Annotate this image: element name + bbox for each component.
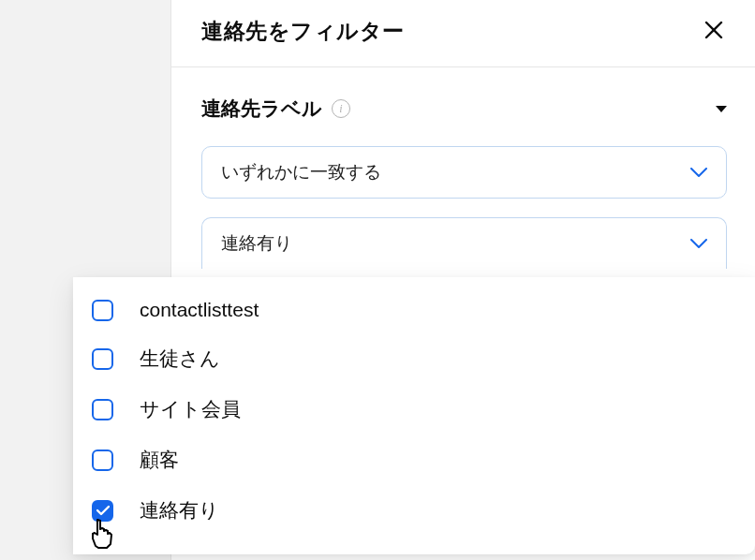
label-option[interactable]: 顧客	[73, 435, 755, 485]
chevron-down-icon	[690, 239, 707, 249]
option-label: サイト会員	[140, 396, 241, 422]
label-option[interactable]: 生徒さん	[73, 333, 755, 384]
match-mode-select[interactable]: いずれかに一致する	[201, 146, 727, 199]
label-section: 連絡先ラベル i いずれかに一致する 連絡有り	[171, 67, 755, 269]
checkbox-unchecked[interactable]	[92, 348, 113, 370]
check-icon	[96, 506, 110, 516]
checkbox-unchecked[interactable]	[92, 399, 113, 420]
panel-header: 連絡先をフィルター	[171, 17, 755, 67]
option-label: 生徒さん	[140, 346, 220, 372]
chevron-down-icon	[690, 168, 707, 178]
close-button[interactable]	[701, 17, 727, 46]
checkbox-unchecked[interactable]	[92, 449, 113, 471]
label-option[interactable]: 連絡有り	[73, 485, 755, 536]
label-select[interactable]: 連絡有り	[201, 217, 727, 269]
section-title-row[interactable]: 連絡先ラベル i	[201, 96, 727, 122]
label-select-value: 連絡有り	[221, 231, 292, 256]
caret-down-icon	[716, 106, 727, 112]
pointer-cursor-icon	[88, 518, 116, 552]
section-title-left: 連絡先ラベル i	[201, 96, 350, 122]
section-title: 連絡先ラベル	[201, 96, 322, 122]
match-mode-value: いずれかに一致する	[221, 160, 381, 184]
panel-title: 連絡先をフィルター	[201, 17, 405, 46]
close-icon	[704, 21, 723, 42]
info-icon[interactable]: i	[332, 99, 350, 118]
label-dropdown: contactlisttest 生徒さん サイト会員 顧客 連絡有り	[73, 277, 755, 554]
label-option[interactable]: contactlisttest	[73, 287, 755, 333]
label-option[interactable]: サイト会員	[73, 384, 755, 435]
checkbox-unchecked[interactable]	[92, 300, 113, 321]
option-label: 顧客	[140, 447, 179, 473]
option-label: contactlisttest	[140, 299, 259, 321]
option-label: 連絡有り	[140, 497, 219, 523]
